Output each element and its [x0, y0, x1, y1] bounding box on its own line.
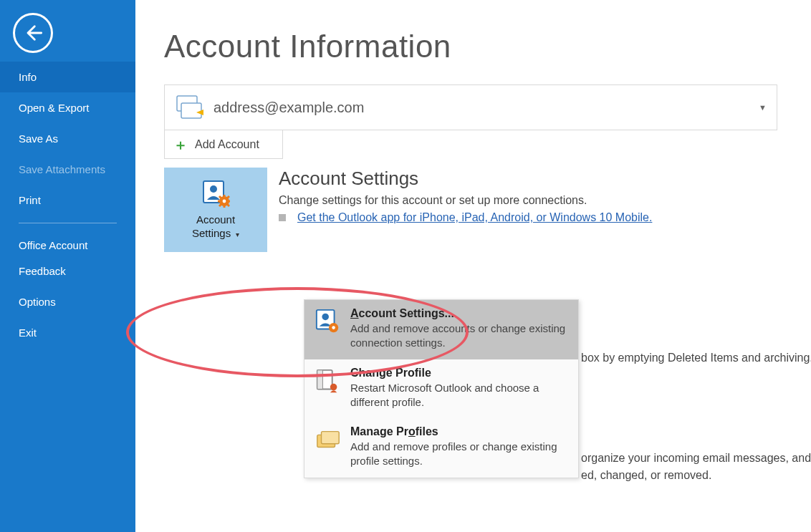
nav-separator — [19, 223, 117, 223]
svg-point-6 — [223, 199, 226, 203]
main-content: Account Information address@example.com … — [135, 0, 811, 532]
svg-line-11 — [219, 196, 221, 198]
contact-gear-icon — [201, 180, 230, 208]
dropdown-caret-icon[interactable]: ▼ — [759, 103, 767, 112]
hidden-text-rules1: organize your incoming email messages, a… — [581, 452, 811, 465]
back-arrow-icon — [23, 23, 43, 43]
svg-point-16 — [322, 314, 329, 321]
page-title: Account Information — [164, 29, 782, 64]
menu-item-desc: Add and remove accounts or change existi… — [350, 321, 568, 351]
svg-rect-1 — [181, 103, 201, 118]
menu-item-title: Change Profile — [350, 367, 568, 379]
section-desc-account-settings: Change settings for this account or set … — [279, 194, 652, 207]
account-settings-dropdown: Account Settings... Add and remove accou… — [304, 299, 579, 478]
nav-info[interactable]: Info — [0, 62, 135, 92]
tile-label-line1: Account — [196, 213, 235, 226]
nav-save-attachments: Save Attachments — [0, 154, 135, 185]
hidden-text-mailbox: box by emptying Deleted Items and archiv… — [581, 352, 811, 364]
menu-item-title: Account Settings... — [350, 307, 568, 320]
svg-point-21 — [330, 383, 337, 390]
menu-item-account-settings[interactable]: Account Settings... Add and remove accou… — [304, 300, 578, 359]
menu-item-title: Manage Profiles — [350, 425, 568, 438]
add-account-button[interactable]: ＋ Add Account — [164, 130, 283, 159]
nav-feedback[interactable]: Feedback — [0, 256, 135, 286]
svg-line-13 — [227, 196, 229, 198]
mailbox-icon — [175, 94, 203, 121]
chevron-down-icon: ▾ — [234, 231, 239, 238]
nav-office-account[interactable]: Office Account — [0, 231, 135, 256]
plus-icon: ＋ — [173, 137, 188, 152]
svg-line-12 — [227, 204, 229, 206]
menu-item-manage-profiles[interactable]: Manage Profiles Add and remove profiles … — [304, 418, 578, 478]
folders-icon — [315, 427, 342, 454]
svg-point-4 — [210, 185, 217, 193]
add-account-label: Add Account — [195, 138, 259, 151]
hidden-text-rules2: ed, changed, or removed. — [581, 469, 711, 482]
nav-save-as[interactable]: Save As — [0, 123, 135, 154]
profile-switch-icon — [315, 368, 342, 395]
nav-exit[interactable]: Exit — [0, 317, 135, 348]
account-email: address@example.com — [213, 100, 364, 116]
tile-label-line2: Settings — [192, 227, 231, 239]
menu-item-desc: Restart Microsoft Outlook and choose a d… — [350, 381, 568, 410]
section-heading-account-settings: Account Settings — [279, 168, 652, 190]
nav-options[interactable]: Options — [0, 286, 135, 317]
svg-rect-23 — [322, 432, 340, 444]
account-selector[interactable]: address@example.com ▼ — [164, 84, 777, 130]
menu-item-change-profile[interactable]: Change Profile Restart Microsoft Outlook… — [304, 359, 578, 419]
get-outlook-app-link[interactable]: Get the Outlook app for iPhone, iPad, An… — [297, 211, 652, 224]
svg-rect-20 — [317, 369, 323, 389]
contact-gear-icon — [315, 309, 342, 336]
menu-item-desc: Add and remove profiles or change existi… — [350, 440, 568, 469]
back-button[interactable] — [13, 13, 53, 53]
nav-open-export[interactable]: Open & Export — [0, 92, 135, 123]
svg-point-18 — [332, 326, 335, 329]
bullet-icon — [279, 214, 286, 221]
account-settings-tile[interactable]: Account Settings ▾ — [164, 168, 267, 252]
backstage-sidebar: Info Open & Export Save As Save Attachme… — [0, 0, 135, 532]
svg-line-14 — [219, 204, 221, 206]
nav-print[interactable]: Print — [0, 185, 135, 216]
